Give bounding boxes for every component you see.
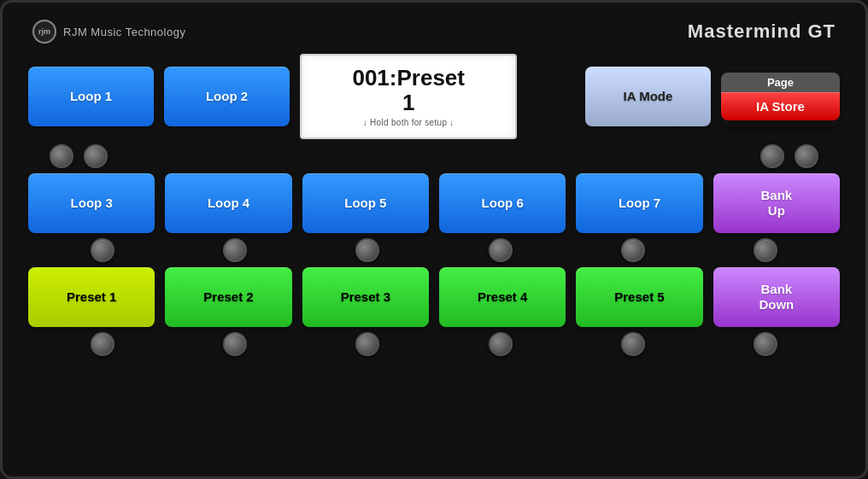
knob-2-2[interactable] <box>223 238 247 262</box>
preset4-button[interactable]: Preset 4 <box>439 267 566 327</box>
knob-1-5[interactable] <box>760 144 784 168</box>
knob-2-3[interactable] <box>355 238 379 262</box>
page-label: Page <box>721 73 840 92</box>
knob-1-6[interactable] <box>795 144 818 168</box>
loop3-button[interactable]: Loop 3 <box>28 173 155 233</box>
ia-mode-button[interactable]: IA Mode <box>585 67 711 126</box>
preset2-button[interactable]: Preset 2 <box>165 267 291 327</box>
knob-row-2 <box>28 238 840 262</box>
knob-3-5[interactable] <box>621 332 645 356</box>
button-row-3: Preset 1 Preset 2 Preset 3 Preset 4 Pres… <box>28 267 840 327</box>
knob-row-3 <box>28 332 840 356</box>
knob-2-5[interactable] <box>621 238 645 262</box>
button-row-2: Loop 3 Loop 4 Loop 5 Loop 6 Loop 7 BankU… <box>28 173 840 233</box>
loop2-button[interactable]: Loop 2 <box>164 67 290 126</box>
display-sub-text: ↓ Hold both for setup ↓ <box>363 118 455 127</box>
device-title: Mastermind GT <box>688 20 836 43</box>
loop5-button[interactable]: Loop 5 <box>302 173 429 233</box>
loop1-button[interactable]: Loop 1 <box>28 67 154 126</box>
knob-2-6[interactable] <box>754 238 777 262</box>
logo-icon: rjm <box>32 20 56 44</box>
knob-2-4[interactable] <box>489 238 513 262</box>
bank-up-button[interactable]: BankUp <box>713 173 840 233</box>
logo-area: rjm RJM Music Technology <box>32 20 185 44</box>
button-row-1: Loop 1 Loop 2 001:Preset 1 ↓ Hold both f… <box>28 54 840 139</box>
bank-down-button[interactable]: BankDown <box>713 267 840 327</box>
knob-1-2[interactable] <box>84 144 108 168</box>
knob-3-1[interactable] <box>91 332 114 356</box>
brand-name: RJM Music Technology <box>63 26 185 38</box>
knob-2-1[interactable] <box>91 238 114 262</box>
display-screen: 001:Preset 1 ↓ Hold both for setup ↓ <box>300 54 517 139</box>
preset1-button[interactable]: Preset 1 <box>28 267 155 327</box>
main-content: Loop 1 Loop 2 001:Preset 1 ↓ Hold both f… <box>28 54 840 459</box>
ia-store-label: IA Store <box>721 92 840 120</box>
loop4-button[interactable]: Loop 4 <box>165 173 291 233</box>
knob-1-1[interactable] <box>50 144 73 168</box>
device-body: rjm RJM Music Technology Mastermind GT L… <box>0 0 868 479</box>
knob-3-6[interactable] <box>754 332 777 356</box>
knob-3-4[interactable] <box>489 332 513 356</box>
knob-3-3[interactable] <box>355 332 379 356</box>
loop7-button[interactable]: Loop 7 <box>576 173 702 233</box>
knob-3-2[interactable] <box>223 332 247 356</box>
display-main-text: 001:Preset 1 <box>352 66 465 114</box>
page-ia-store-button[interactable]: Page IA Store <box>721 67 840 126</box>
preset5-button[interactable]: Preset 5 <box>576 267 702 327</box>
preset3-button[interactable]: Preset 3 <box>302 267 429 327</box>
knob-row-1 <box>28 144 840 168</box>
device-header: rjm RJM Music Technology Mastermind GT <box>28 20 840 44</box>
loop6-button[interactable]: Loop 6 <box>439 173 566 233</box>
